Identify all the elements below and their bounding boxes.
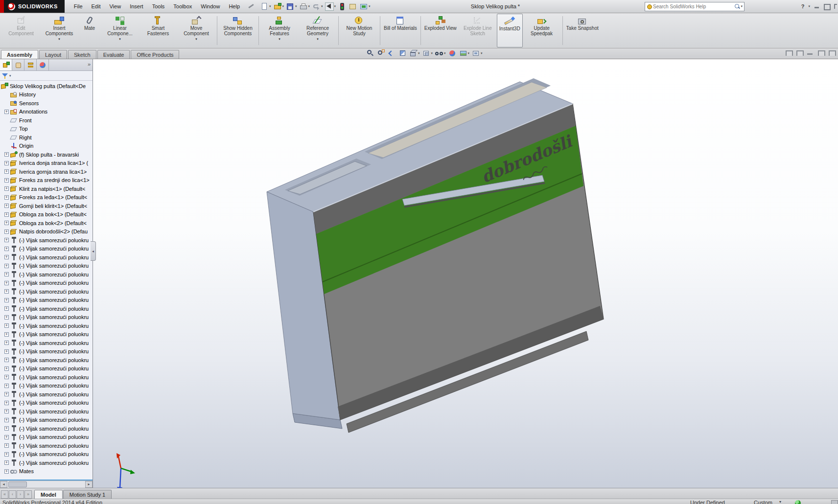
search-dropdown-icon[interactable]: ▾ [741,4,743,8]
tree-item-vijak-samorezu-i-poluokru[interactable]: +(-) Vijak samorezući poluokru [0,270,93,279]
filter-dropdown-icon[interactable]: ▾ [9,74,11,78]
tree-item-vijak-samorezu-i-poluokru[interactable]: +(-) Vijak samorezući poluokru [0,330,93,339]
previous-view-icon[interactable] [387,49,396,57]
tree-item-vijak-samorezu-i-poluokru[interactable]: +(-) Vijak samorezući poluokru [0,399,93,408]
print-icon[interactable] [299,2,308,11]
menu-edit[interactable]: Edit [87,1,105,11]
bottom-tab-model[interactable]: Model [34,490,63,499]
tree-item-mates[interactable]: +Mates [0,467,93,476]
zoom-to-fit-icon[interactable] [366,49,374,57]
tab-office-products[interactable]: Office Products [131,50,179,59]
study-nav-0-icon[interactable]: « [1,490,8,499]
apply-scene-dropdown-icon[interactable]: ▾ [468,51,470,55]
expand-icon[interactable]: + [4,169,9,174]
display-style-icon[interactable] [422,49,431,57]
study-nav-1-icon[interactable]: ‹ [9,490,16,499]
restore-icon[interactable] [823,4,830,9]
tree-item-vijak-samorezu-i-poluokru[interactable]: +(-) Vijak samorezući poluokru [0,347,93,356]
file-properties-icon[interactable] [349,2,357,11]
panel-tab-feature-tree[interactable] [0,59,12,70]
menu-insert[interactable]: Insert [125,1,148,11]
panel-collapse-handle[interactable]: ◂ [91,241,96,261]
tree-item-obloga-za-bok-2-default[interactable]: +Obloga za bok<2> (Default< [0,219,93,228]
expand-icon[interactable]: + [4,358,9,362]
expand-icon[interactable]: + [4,392,9,396]
doc-cascade-icon[interactable] [817,50,824,56]
ribbon-smart-fasteners[interactable]: Smart Fasteners [139,14,177,47]
tree-item-annotations[interactable]: +Annotations [0,108,93,116]
close-icon[interactable] [833,4,837,9]
undo-icon[interactable] [312,2,321,11]
new-icon[interactable] [260,2,269,11]
menu-window[interactable]: Window [196,1,224,11]
expand-icon[interactable]: + [4,341,9,345]
menu-file[interactable]: File [70,1,87,11]
tree-item-vijak-samorezu-i-poluokru[interactable]: +(-) Vijak samorezući poluokru [0,279,93,288]
ribbon-speedpak[interactable]: Update Speedpak [523,14,561,47]
menu-help[interactable]: Help [224,1,244,11]
expand-icon[interactable]: + [4,152,9,157]
tree-item-f-sklop-pulta-bravarski[interactable]: +(f) Sklop pulta - bravarski [0,150,93,159]
configuration-dropdown-icon[interactable]: ▾ [779,500,781,504]
expand-icon[interactable]: + [4,443,9,448]
tree-item-vijak-samorezu-i-poluokru[interactable]: +(-) Vijak samorezući poluokru [0,407,93,416]
ribbon-bom[interactable]: Bill of Materials [382,14,419,47]
doc-restore-icon[interactable] [785,50,792,56]
tree-item-vijak-samorezu-i-poluokru[interactable]: +(-) Vijak samorezući poluokru [0,296,93,305]
menu-toolbox[interactable]: Toolbox [169,1,196,11]
graphics-viewport[interactable]: dobrodošli [93,59,838,488]
tree-item-vijak-samorezu-i-poluokru[interactable]: +(-) Vijak samorezući poluokru [0,424,93,433]
ribbon-instant3d[interactable]: Instant3D [497,14,523,47]
hide-show-items-icon[interactable] [435,49,443,57]
menu-tools[interactable]: Tools [148,1,169,11]
panel-horizontal-scrollbar[interactable]: ◂ ▸ [0,481,93,488]
quick-tips-icon[interactable] [795,500,801,504]
ribbon-snapshot[interactable]: Take Snapshot [564,14,601,47]
ribbon-move-component[interactable]: Move Component▾ [177,14,215,47]
expand-icon[interactable]: + [4,272,9,276]
filter-icon[interactable] [2,73,8,79]
tree-item-vijak-samorezu-i-poluokru[interactable]: +(-) Vijak samorezući poluokru [0,253,93,262]
new-dropdown-icon[interactable]: ▾ [269,4,271,8]
expand-icon[interactable]: + [4,332,9,337]
tree-item-vijak-samorezu-i-poluokru[interactable]: +(-) Vijak samorezući poluokru [0,373,93,382]
doc-close-icon[interactable] [828,50,835,56]
tree-item-natpis-dobrodo-li-2-defau[interactable]: +Natpis dobrodošli<2> (Defau [0,228,93,236]
select-icon[interactable] [325,2,334,11]
linear-pattern-dropdown-icon[interactable]: ▾ [119,37,121,42]
ribbon-mate[interactable]: Mate [78,14,101,47]
hide-show-items-dropdown-icon[interactable]: ▾ [444,51,446,55]
tree-item-vijak-samorezu-i-poluokru[interactable]: +(-) Vijak samorezući poluokru [0,304,93,313]
view-orientation-dropdown-icon[interactable]: ▾ [418,51,420,55]
expand-icon[interactable]: + [4,264,9,268]
print-dropdown-icon[interactable]: ▾ [308,4,310,8]
tree-item-origin[interactable]: Origin [0,142,93,151]
expand-icon[interactable]: + [4,452,9,457]
study-nav-3-icon[interactable]: » [24,490,32,499]
panel-tab-property-manager[interactable] [12,59,24,70]
panel-tab-display-manager[interactable] [37,59,49,70]
tree-item-vijak-samorezu-i-poluokru[interactable]: +(-) Vijak samorezući poluokru [0,262,93,271]
panel-tab-configuration-manager[interactable] [24,59,37,70]
tree-item-vijak-samorezu-i-poluokru[interactable]: +(-) Vijak samorezući poluokru [0,433,93,442]
doc-maximize-icon[interactable] [796,50,803,56]
tree-item-sklop-velikog-pulta-default-de[interactable]: Sklop Velikog pulta (Default<De [0,82,93,91]
expand-icon[interactable]: + [4,435,9,439]
expand-icon[interactable]: + [4,323,9,328]
tree-item-vijak-samorezu-i-poluokru[interactable]: +(-) Vijak samorezući poluokru [0,416,93,425]
tree-item-vijak-samorezu-i-poluokru[interactable]: +(-) Vijak samorezući poluokru [0,313,93,322]
tree-item-vijak-samorezu-i-poluokru[interactable]: +(-) Vijak samorezući poluokru [0,450,93,459]
reference-geometry-dropdown-icon[interactable]: ▾ [317,37,319,42]
expand-icon[interactable]: + [4,384,9,388]
expand-icon[interactable]: + [4,401,9,405]
expand-icon[interactable]: + [4,161,9,165]
edit-appearance-icon[interactable] [448,49,457,57]
save-dropdown-icon[interactable]: ▾ [295,4,297,8]
ribbon-assembly-features[interactable]: Assembly Features▾ [260,14,299,47]
view-settings-dropdown-icon[interactable]: ▾ [481,51,483,55]
zoom-to-area-icon[interactable] [376,49,385,57]
tree-item-foreks-za-srednji-deo-lica-1[interactable]: +Foreks za srednji deo lica<1> [0,176,93,185]
tree-item-history[interactable]: History [0,91,93,99]
help-search[interactable]: ▾ [645,2,745,11]
menu-view[interactable]: View [105,1,125,11]
